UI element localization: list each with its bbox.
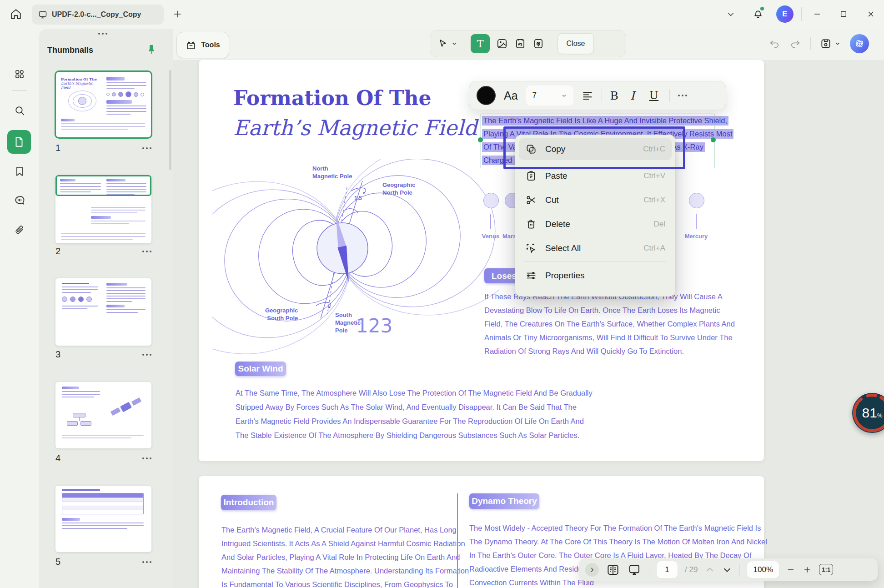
zoom-level-value: 100%	[753, 565, 773, 574]
zoom-level-display[interactable]: 100%	[747, 561, 779, 578]
save-button[interactable]	[820, 38, 841, 50]
link-page-icon	[514, 38, 526, 50]
thumbnail-1-menu[interactable]	[142, 147, 151, 149]
context-menu-select-all[interactable]: Select All Ctrl+A	[515, 236, 675, 260]
text-tool-button[interactable]: T	[471, 34, 490, 53]
tab-title: UPDF-2.0-c..._Copy_Copy	[52, 10, 141, 19]
context-menu-cut[interactable]: Cut Ctrl+X	[515, 188, 675, 212]
toolbox-icon	[186, 40, 196, 50]
loses-field-paragraph[interactable]: If These Rays Reach The Earth Without Ob…	[484, 292, 735, 356]
solar-wind-paragraph[interactable]: At The Same Time, The Atmosphere Will Al…	[236, 388, 593, 440]
thumb1-diagram-core	[78, 97, 86, 105]
bold-button[interactable]: B	[610, 89, 618, 102]
notifications-button[interactable]	[750, 5, 766, 21]
thumbnail-4-menu[interactable]	[142, 457, 151, 459]
expand-nav-button[interactable]	[585, 563, 599, 577]
pin-panel-button[interactable]	[146, 44, 157, 55]
image-tool-button[interactable]	[496, 38, 508, 50]
new-tab-button[interactable]	[170, 6, 185, 22]
link-tool-button[interactable]	[514, 38, 526, 50]
trash-icon	[525, 218, 537, 230]
actual-size-label: 1:1	[822, 566, 830, 573]
more-format-options-button[interactable]	[678, 95, 687, 96]
actual-size-button[interactable]: 1:1	[819, 564, 833, 575]
align-button[interactable]	[582, 90, 593, 101]
context-menu-properties[interactable]: Properties	[515, 263, 675, 287]
doc-text-line: Field, The Creatures On The Earth's Surf…	[484, 319, 735, 328]
doc-text-line: Earth's Magnetic Field Provides An Indis…	[236, 417, 593, 426]
planet-venus-label: Venus	[479, 233, 502, 240]
minimize-button[interactable]	[809, 6, 825, 22]
context-menu-paste[interactable]: Paste Ctrl+V	[515, 164, 675, 188]
redo-button[interactable]	[789, 38, 801, 50]
close-edit-button[interactable]: Close	[558, 33, 594, 54]
context-menu-copy[interactable]: Copy Ctrl+C	[519, 138, 672, 160]
ai-assistant-button[interactable]	[850, 34, 869, 53]
viewport-indicator[interactable]	[55, 175, 151, 196]
context-menu-delete[interactable]: Delete Del	[515, 212, 675, 236]
sidebar-item-bookmarks[interactable]	[10, 162, 29, 181]
ai-sparkle-icon	[854, 38, 865, 49]
document-page-1[interactable]: Formation Of The Earth’s Magnetic Field	[199, 60, 764, 461]
thumb2-footer	[61, 231, 146, 241]
close-icon	[866, 10, 875, 19]
presentation-mode-button[interactable]	[627, 563, 642, 577]
tools-button[interactable]: Tools	[176, 32, 229, 58]
sidebar-item-comments[interactable]	[10, 191, 29, 210]
undo-icon	[768, 38, 780, 50]
page-layout-button[interactable]	[606, 563, 620, 577]
close-window-button[interactable]	[863, 6, 879, 22]
doc-text-line: Stripped Away By Forces Such As The Sola…	[236, 402, 593, 412]
thumb4-left-col	[62, 387, 100, 399]
page-location-tool-button[interactable]	[532, 38, 544, 50]
zoom-out-button[interactable]	[786, 565, 795, 574]
plus-icon	[803, 565, 812, 574]
battery-status-widget[interactable]: 81 %	[852, 393, 884, 433]
maximize-icon	[839, 10, 848, 18]
doc-text-line: The Dynamo Theory. At The Core Of This T…	[469, 537, 767, 546]
redo-icon	[789, 38, 801, 50]
save-icon	[820, 38, 832, 50]
font-color-button[interactable]	[477, 86, 496, 105]
format-divider	[602, 89, 602, 102]
sidebar-item-attachments[interactable]	[10, 220, 29, 239]
sidebar-item-thumbnails[interactable]	[7, 130, 31, 154]
font-family-button[interactable]: Aa	[504, 89, 518, 102]
font-size-select[interactable]: 7	[526, 85, 573, 106]
collapse-toolbar-button[interactable]	[723, 6, 738, 22]
underline-button[interactable]: U	[647, 89, 661, 102]
document-tab[interactable]: UPDF-2.0-c..._Copy_Copy	[32, 5, 164, 25]
planet-venus-tick	[490, 214, 491, 229]
textbox-handle-right[interactable]	[711, 137, 716, 142]
next-page-button[interactable]	[722, 565, 732, 575]
diagram-label-geo-south: Geographic South Pole	[265, 307, 298, 322]
text-format-toolbar: Aa 7 B I U	[469, 81, 726, 110]
italic-button[interactable]: I	[627, 89, 638, 102]
thumbnail-3-menu[interactable]	[142, 354, 151, 356]
zoom-in-button[interactable]	[803, 565, 812, 574]
panel-scrollbar[interactable]	[169, 70, 171, 170]
introduction-badge: Introduction	[221, 495, 276, 510]
maximize-button[interactable]	[836, 6, 851, 22]
thumbnail-5-menu[interactable]	[142, 561, 151, 563]
panel-drag-handle[interactable]	[98, 33, 107, 35]
thumbnail-page-3[interactable]	[55, 278, 151, 346]
chevron-down-icon	[722, 565, 732, 575]
thumbnail-page-2[interactable]	[55, 175, 151, 243]
previous-page-button[interactable]	[705, 565, 715, 575]
format-divider	[669, 89, 670, 102]
sidebar-item-apps[interactable]	[10, 65, 29, 84]
introduction-paragraph[interactable]: The Earth's Magnetic Field, A Crucial Fe…	[221, 525, 469, 588]
avatar[interactable]: E	[776, 5, 794, 23]
thumbnail-page-1[interactable]: Formation Of The Earth’s Magnetic Field	[55, 71, 151, 138]
thumbnail-page-4[interactable]	[55, 382, 151, 448]
thumbnail-page-5[interactable]	[55, 486, 151, 552]
sidebar-item-search[interactable]	[10, 101, 29, 120]
home-button[interactable]	[8, 6, 24, 22]
page-number-input[interactable]: 1	[657, 561, 678, 578]
undo-button[interactable]	[768, 38, 780, 50]
thumbnail-2-menu[interactable]	[142, 251, 151, 252]
select-tool-button[interactable]	[437, 38, 457, 49]
home-icon	[10, 8, 22, 20]
textbox-handle-left[interactable]	[478, 137, 483, 142]
